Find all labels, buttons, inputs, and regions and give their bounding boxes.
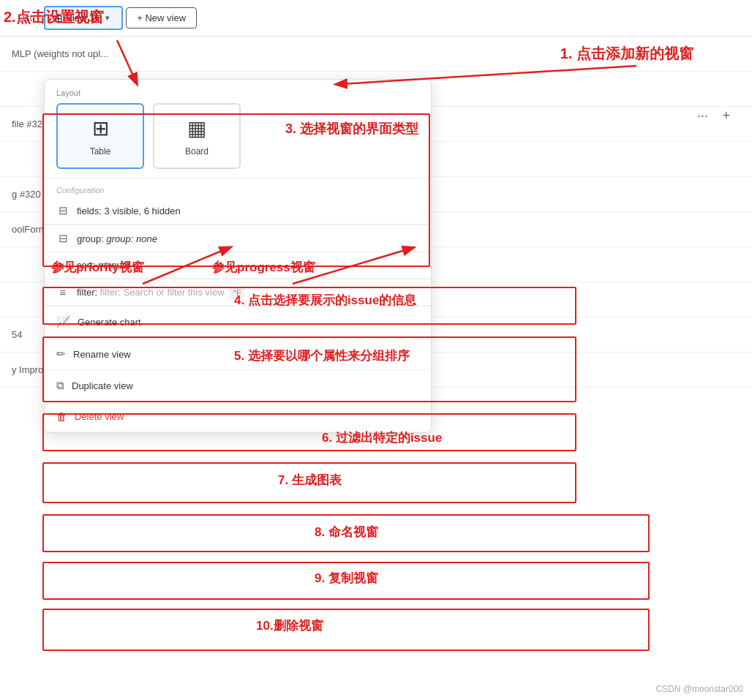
new-view-label: + New view [137,12,186,23]
duplicate-view-item[interactable]: ⧉ Duplicate view [45,370,431,402]
chart-icon: 📈 [56,315,70,328]
view11-chevron-btn[interactable]: ▾ [102,12,113,24]
duplicate-icon: ⧉ [56,379,64,392]
generate-chart-item[interactable]: 📈 Generate chart [45,306,431,338]
tab-list[interactable]: List [9,8,41,28]
layout-options-container: ⊞ Table ▦ Board [45,103,431,178]
layout-board-option[interactable]: ▦ Board [153,103,241,169]
rename-view-item[interactable]: ✏ Rename view [45,339,431,370]
configuration-section-label: Configuration [45,178,431,197]
tab-bar: List ⊞ View 11 ▾ + New view [0,0,752,37]
filter-text: filter: filter: Search or filter this vi… [77,287,419,298]
fields-icon: ⊟ [56,204,69,217]
duplicate-view-label: Duplicate view [72,380,133,391]
filter-icon: ≡ [56,286,69,298]
watermark: CSDN @moonstar000 [655,684,743,694]
group-text: group: group: none [77,233,419,244]
board-layout-label: Board [185,146,208,157]
layout-table-option[interactable]: ⊞ Table [56,103,144,169]
new-view-button[interactable]: + New view [126,7,197,29]
rename-icon: ✏ [56,347,66,361]
table-icon: ⊞ [54,12,63,24]
list-tab-label: List [18,12,32,23]
add-button[interactable]: + [722,108,730,124]
list-item: MLP (weights not upl... [0,37,752,72]
delete-view-label: Delete view [75,411,124,422]
view-settings-dropdown: Layout ⊞ Table ▦ Board Configuration ⊟ f… [44,79,432,433]
sort-config-item[interactable]: ↕ sort: manual [45,252,431,279]
fields-config-item[interactable]: ⊟ fields: 3 visible, 6 hidden [45,197,431,225]
sort-text: sort: manual [77,260,419,271]
group-config-item[interactable]: ⊟ group: group: none [45,225,431,252]
board-layout-icon: ▦ [187,116,206,140]
filter-config-item[interactable]: ≡ filter: filter: Search or filter this … [45,279,431,306]
rename-view-label: Rename view [73,349,131,360]
delete-icon: 🗑 [56,410,67,423]
layout-section-label: Layout [45,80,431,103]
generate-chart-label: Generate chart [78,317,141,328]
more-options-button[interactable]: ··· [697,108,708,124]
table-layout-label: Table [90,146,111,157]
group-icon: ⊟ [56,232,69,245]
sort-icon: ↕ [56,259,69,271]
delete-view-item[interactable]: 🗑 Delete view [45,402,431,432]
table-layout-icon: ⊞ [92,116,109,140]
view11-tab-label: View 11 [66,12,99,23]
tab-view11[interactable]: ⊞ View 11 ▾ [44,6,123,30]
fields-text: fields: 3 visible, 6 hidden [77,206,419,217]
